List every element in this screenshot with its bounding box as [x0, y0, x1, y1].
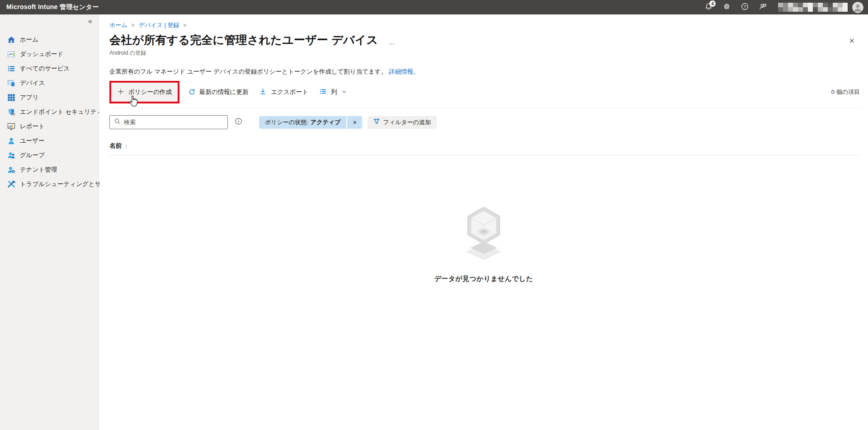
dashboard-icon	[7, 50, 15, 58]
user-icon	[7, 137, 15, 145]
empty-box-icon	[461, 204, 506, 265]
sidebar-item-users[interactable]: ユーザー	[0, 134, 99, 148]
mouse-cursor-hand	[128, 94, 139, 108]
learn-more-link[interactable]: 詳細情報。	[389, 68, 420, 75]
tenant-admin-icon	[7, 166, 15, 174]
top-bar: Microsoft Intune 管理センター 4 ?	[0, 0, 868, 14]
breadcrumb-separator: >	[183, 22, 186, 28]
svg-text:?: ?	[743, 4, 745, 9]
sidebar-item-apps[interactable]: アプリ	[0, 90, 99, 105]
sidebar-item-label: すべてのサービス	[20, 65, 70, 73]
group-icon	[7, 151, 15, 159]
empty-state: データが見つかりませんでした	[99, 204, 868, 283]
sidebar-item-label: ホーム	[20, 36, 38, 44]
notifications-button[interactable]: 4	[699, 0, 717, 14]
sidebar-item-label: ユーザー	[20, 137, 45, 145]
app-title: Microsoft Intune 管理センター	[6, 3, 99, 11]
feedback-button[interactable]	[754, 0, 772, 14]
plus-icon	[117, 88, 124, 97]
search-box	[109, 115, 228, 129]
sidebar-item-troubleshooting[interactable]: トラブルシューティングとサポート	[0, 177, 99, 192]
breadcrumb-link-home[interactable]: ホーム	[109, 21, 127, 29]
gear-icon	[722, 2, 731, 13]
sidebar-item-endpoint-security[interactable]: エンドポイント セキュリティ	[0, 105, 99, 119]
table-header-row: 名前 ↑	[109, 142, 861, 155]
remove-filter-button[interactable]: ×	[347, 116, 362, 129]
account-avatar[interactable]	[852, 2, 863, 13]
filter-funnel-icon	[373, 118, 380, 126]
title-context-menu-button[interactable]: …	[388, 35, 395, 45]
sidebar-item-devices[interactable]: デバイス	[0, 76, 99, 90]
columns-label: 列	[331, 88, 337, 96]
export-label: エクスポート	[271, 88, 308, 96]
status-filter-label: ポリシーの状態:	[265, 118, 308, 126]
sidebar-collapse-button[interactable]: «	[88, 17, 92, 25]
sidebar-item-reports[interactable]: レポート	[0, 119, 99, 134]
sidebar-item-label: テナント管理	[20, 166, 57, 174]
settings-button[interactable]	[717, 0, 736, 14]
feedback-icon	[759, 2, 767, 13]
breadcrumb: ホーム > デバイス | 登録 >	[109, 21, 868, 29]
page-description: 企業所有のフル マネージド ユーザー デバイスの登録ポリシーとトークンを作成して…	[109, 68, 868, 76]
search-icon	[114, 118, 121, 126]
breadcrumb-link-devices-enrollment[interactable]: デバイス | 登録	[139, 21, 179, 29]
create-policy-button[interactable]: ポリシーの作成	[109, 81, 179, 103]
sidebar-item-label: デバイス	[20, 79, 45, 87]
topbar-actions: 4 ?	[699, 0, 868, 14]
sort-ascending-icon: ↑	[125, 143, 128, 150]
description-text: 企業所有のフル マネージド ユーザー デバイスの登録ポリシーとトークンを作成して…	[109, 68, 387, 75]
chevron-down-icon	[341, 89, 347, 96]
refresh-icon	[188, 88, 195, 97]
refresh-label: 最新の情報に更新	[199, 88, 249, 96]
download-icon	[259, 88, 267, 97]
sidebar-nav: ホーム ダッシュボード すべてのサービス デバイス アプリ エンドポイント セキ	[0, 33, 99, 192]
sidebar-item-dashboard[interactable]: ダッシュボード	[0, 47, 99, 61]
page-title: 会社が所有する完全に管理されたユーザー デバイス	[109, 33, 378, 47]
page-title-row: 会社が所有する完全に管理されたユーザー デバイス …	[109, 33, 868, 47]
export-button[interactable]: エクスポート	[254, 83, 314, 101]
search-input[interactable]	[124, 119, 223, 126]
all-services-icon	[7, 65, 15, 73]
name-column-header[interactable]: 名前	[109, 142, 122, 150]
breadcrumb-separator: >	[132, 22, 135, 28]
sidebar-item-groups[interactable]: グループ	[0, 148, 99, 163]
sidebar-item-label: レポート	[20, 122, 45, 131]
status-filter-value: アクティブ	[311, 118, 341, 126]
reports-icon	[7, 122, 15, 131]
main-content: ホーム > デバイス | 登録 > 会社が所有する完全に管理されたユーザー デバ…	[99, 14, 868, 430]
apps-icon	[7, 93, 15, 102]
sidebar-item-home[interactable]: ホーム	[0, 33, 99, 47]
refresh-button[interactable]: 最新の情報に更新	[182, 83, 254, 101]
sidebar-item-label: ダッシュボード	[20, 50, 63, 58]
sidebar-item-label: エンドポイント セキュリティ	[20, 108, 103, 116]
empty-state-message: データが見つかりませんでした	[434, 275, 533, 283]
close-blade-button[interactable]: ×	[849, 36, 854, 45]
devices-icon	[7, 79, 15, 87]
help-icon: ?	[741, 2, 749, 13]
sidebar-item-all-services[interactable]: すべてのサービス	[0, 61, 99, 76]
troubleshoot-icon	[7, 180, 15, 188]
shield-icon	[7, 108, 15, 116]
help-button[interactable]: ?	[736, 0, 754, 14]
sidebar-item-label: アプリ	[20, 93, 38, 102]
home-icon	[7, 36, 15, 44]
redacted-account-info	[778, 3, 848, 12]
add-filter-button[interactable]: フィルターの追加	[368, 116, 437, 129]
intune-admin-center: Microsoft Intune 管理センター 4 ?	[0, 0, 868, 430]
items-count: 0 個の項目	[831, 88, 861, 96]
info-button[interactable]	[235, 117, 242, 127]
info-icon	[235, 117, 242, 127]
sidebar-item-label: グループ	[20, 151, 45, 159]
add-filter-label: フィルターの追加	[383, 118, 431, 126]
command-bar: ポリシーの作成 最新の情報に更新 エクスポート	[109, 81, 861, 108]
status-filter-pill[interactable]: ポリシーの状態: アクティブ ×	[259, 116, 362, 129]
filter-row: ポリシーの状態: アクティブ × フィルターの追加	[109, 115, 868, 129]
status-filter-pill-body[interactable]: ポリシーの状態: アクティブ	[259, 116, 346, 129]
columns-icon	[319, 88, 327, 97]
create-policy-label: ポリシーの作成	[128, 88, 172, 96]
notification-badge: 4	[709, 0, 716, 7]
sidebar-item-tenant-admin[interactable]: テナント管理	[0, 163, 99, 177]
sidebar: « ホーム ダッシュボード すべてのサービス デバイス アプリ	[0, 14, 99, 430]
page-subtitle: Android の登録	[109, 49, 868, 57]
columns-button[interactable]: 列	[314, 83, 352, 101]
